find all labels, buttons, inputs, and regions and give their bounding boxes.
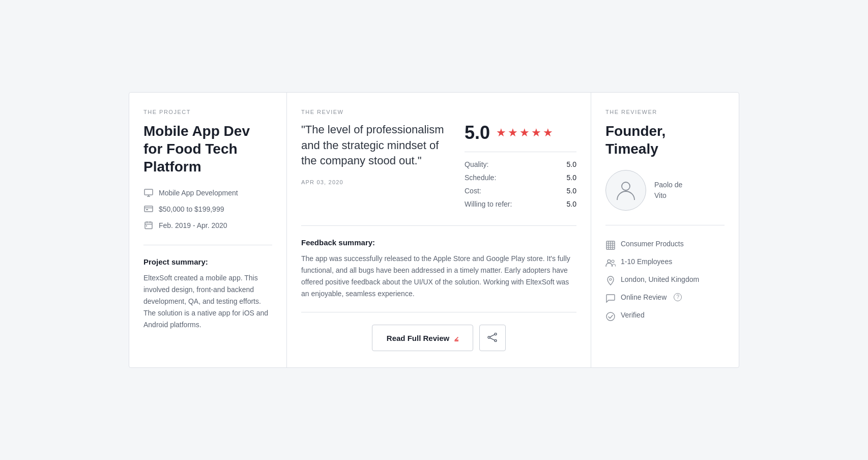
svg-rect-0 bbox=[144, 189, 153, 195]
read-full-review-button[interactable]: Read Full Review ⦤ bbox=[372, 325, 473, 351]
rating-refer: Willing to refer: 5.0 bbox=[465, 200, 576, 208]
project-summary-heading: Project summary: bbox=[143, 257, 272, 266]
project-dates-text: Feb. 2019 - Apr. 2020 bbox=[159, 221, 227, 229]
project-summary-text: EltexSoft created a mobile app. This inv… bbox=[143, 272, 272, 331]
reviewer-verified-text: Verified bbox=[621, 311, 645, 319]
star-1: ★ bbox=[496, 126, 506, 139]
svg-point-11 bbox=[495, 333, 497, 335]
rating-quality-label: Quality: bbox=[465, 160, 488, 168]
review-date: APR 03, 2020 bbox=[301, 179, 452, 185]
svg-point-24 bbox=[607, 260, 611, 263]
score-number: 5.0 bbox=[465, 122, 490, 143]
reviewer-meta-industry: Consumer Products bbox=[605, 240, 725, 250]
budget-icon bbox=[143, 204, 154, 214]
project-meta-budget: $50,000 to $199,999 bbox=[143, 204, 272, 214]
rating-refer-label: Willing to refer: bbox=[465, 200, 512, 208]
project-service-text: Mobile App Development bbox=[159, 189, 238, 197]
read-full-review-label: Read Full Review bbox=[387, 334, 449, 342]
overall-score: 5.0 ★ ★ ★ ★ ★ bbox=[465, 122, 576, 152]
rating-cost-value: 5.0 bbox=[567, 187, 576, 195]
rating-cost-label: Cost: bbox=[465, 187, 481, 195]
star-5: ★ bbox=[543, 126, 553, 139]
svg-point-16 bbox=[622, 182, 630, 190]
rating-schedule-label: Schedule: bbox=[465, 174, 496, 182]
svg-rect-10 bbox=[146, 225, 147, 226]
project-divider bbox=[143, 245, 272, 245]
review-actions: Read Full Review ⦤ bbox=[301, 325, 576, 351]
star-rating: ★ ★ ★ ★ ★ bbox=[496, 126, 553, 139]
reviewer-employees-text: 1-10 Employees bbox=[621, 257, 672, 266]
reviewer-meta-verified: Verified bbox=[605, 311, 725, 322]
rating-quality-value: 5.0 bbox=[567, 160, 576, 168]
project-meta-service: Mobile App Development bbox=[143, 188, 272, 198]
reviewer-industry-text: Consumer Products bbox=[621, 240, 684, 248]
star-2: ★ bbox=[508, 126, 518, 139]
review-card: THE PROJECT Mobile App Dev for Food Tech… bbox=[129, 92, 739, 368]
svg-point-25 bbox=[612, 260, 614, 263]
project-section-label: THE PROJECT bbox=[143, 109, 272, 115]
share-button[interactable] bbox=[479, 325, 506, 351]
reviewer-meta-location: London, United Kingdom bbox=[605, 275, 725, 286]
project-column: THE PROJECT Mobile App Dev for Food Tech… bbox=[129, 93, 287, 367]
reviewer-review-type-text: Online Review bbox=[621, 293, 667, 301]
svg-rect-3 bbox=[144, 206, 153, 212]
reviewer-meta-list: Consumer Products 1-10 Employees bbox=[605, 240, 725, 322]
verified-icon bbox=[605, 311, 616, 322]
comment-icon bbox=[605, 294, 616, 304]
review-column: THE REVIEW "The level of professionalism… bbox=[287, 93, 591, 367]
reviewer-name: Founder,Timealy bbox=[605, 122, 725, 158]
project-meta-list: Mobile App Development $50,000 to $199,9… bbox=[143, 188, 272, 231]
avatar bbox=[605, 170, 646, 211]
reviewer-meta-review-type: Online Review ? bbox=[605, 293, 725, 304]
rating-schedule: Schedule: 5.0 bbox=[465, 174, 576, 182]
rating-schedule-value: 5.0 bbox=[567, 174, 576, 182]
monitor-icon bbox=[143, 188, 154, 198]
reviewer-profile: Paolo de Vito bbox=[605, 170, 725, 225]
share-icon bbox=[487, 333, 498, 343]
feedback-area: Feedback summary: The app was successful… bbox=[301, 238, 576, 312]
help-circle-icon[interactable]: ? bbox=[674, 293, 682, 301]
svg-point-27 bbox=[606, 312, 615, 321]
feedback-text: The app was successfully released to the… bbox=[301, 253, 576, 300]
reviewer-location-text: London, United Kingdom bbox=[621, 275, 699, 283]
reviewer-section-label: THE REVIEWER bbox=[605, 109, 725, 115]
rating-cost: Cost: 5.0 bbox=[465, 187, 576, 195]
svg-point-26 bbox=[610, 278, 612, 280]
ratings-block: 5.0 ★ ★ ★ ★ ★ Quality: 5.0 Schedule: 5.0 bbox=[465, 122, 576, 213]
calendar-icon bbox=[143, 220, 154, 231]
svg-point-12 bbox=[495, 339, 497, 341]
svg-line-14 bbox=[490, 334, 495, 337]
building-icon bbox=[605, 240, 616, 250]
review-section-label: THE REVIEW bbox=[301, 109, 576, 115]
rating-quality: Quality: 5.0 bbox=[465, 160, 576, 168]
review-top-section: "The level of professionalism and the st… bbox=[301, 122, 576, 226]
chevron-down-icon: ⦤ bbox=[454, 334, 458, 342]
svg-line-15 bbox=[490, 338, 495, 340]
review-quote-section: "The level of professionalism and the st… bbox=[301, 122, 452, 213]
project-title: Mobile App Dev for Food Tech Platform bbox=[143, 122, 272, 176]
reviewer-meta-employees: 1-10 Employees bbox=[605, 257, 725, 268]
review-quote-text: "The level of professionalism and the st… bbox=[301, 122, 452, 169]
rating-refer-value: 5.0 bbox=[567, 200, 576, 208]
star-4: ★ bbox=[531, 126, 541, 139]
star-3: ★ bbox=[519, 126, 530, 139]
project-meta-dates: Feb. 2019 - Apr. 2020 bbox=[143, 220, 272, 231]
svg-point-13 bbox=[488, 336, 490, 338]
feedback-heading: Feedback summary: bbox=[301, 238, 576, 247]
svg-rect-5 bbox=[146, 209, 148, 210]
project-budget-text: $50,000 to $199,999 bbox=[159, 205, 224, 213]
people-icon bbox=[605, 258, 616, 268]
reviewer-column: THE REVIEWER Founder,Timealy Paolo de Vi… bbox=[591, 93, 739, 367]
location-icon bbox=[605, 276, 616, 286]
reviewer-full-name: Paolo de Vito bbox=[654, 180, 682, 201]
